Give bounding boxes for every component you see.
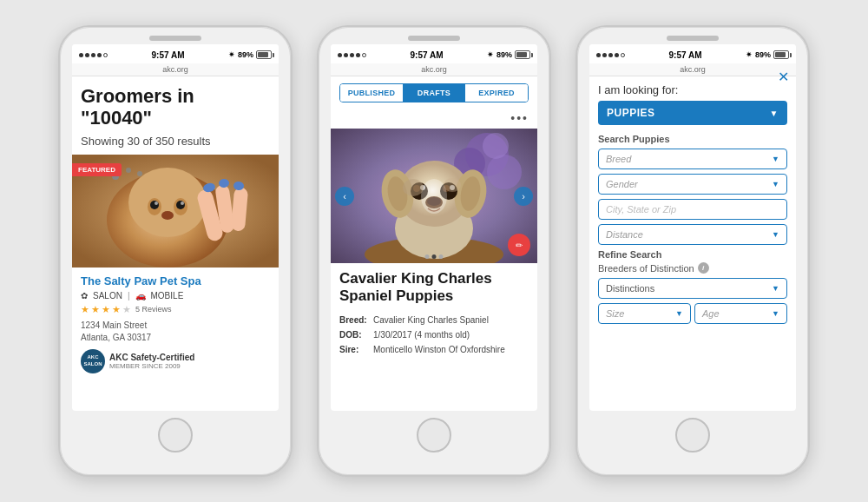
svg-point-39 xyxy=(421,179,447,214)
signal-dots-2 xyxy=(338,53,366,57)
size-dropdown[interactable]: Size ▼ xyxy=(598,303,691,324)
signal-dots xyxy=(79,53,108,57)
listing-info: The Salty Paw Pet Spa ✿ SALON | 🚗 MOBILE… xyxy=(72,268,279,380)
age-dropdown[interactable]: Age ▼ xyxy=(694,303,787,324)
puppy-title: Cavalier King CharlesSpaniel Puppies xyxy=(331,263,537,309)
city-state-zip-input[interactable]: City, State or Zip xyxy=(598,199,787,220)
akc-member-since: MEMBER SINCE 2009 xyxy=(109,362,194,370)
phone-3: 9:57 AM ✴ 89% akc.org ✕ I am looking for… xyxy=(575,25,810,477)
status-right-2: ✴ 89% xyxy=(487,50,530,59)
search-section-label: Search Puppies xyxy=(598,134,787,144)
gender-arrow: ▼ xyxy=(772,180,779,188)
status-right-3: ✴ 89% xyxy=(746,50,789,59)
age-placeholder: Age xyxy=(702,308,720,319)
phone-1-speaker xyxy=(149,36,201,41)
breeders-distinction-label: Breeders of Distinction xyxy=(598,263,694,274)
svg-point-23 xyxy=(483,133,509,159)
battery-pct-3: 89% xyxy=(755,50,771,59)
svg-point-9 xyxy=(161,211,174,220)
status-bar-1: 9:57 AM ✴ 89% xyxy=(72,44,279,63)
star-1: ★ xyxy=(81,304,89,315)
address-line1: 1234 Main Street xyxy=(81,320,147,330)
dot2 xyxy=(85,53,89,57)
url-bar-2[interactable]: akc.org xyxy=(331,63,537,76)
phone-1: 9:57 AM ✴ 89% akc.org Groomers in"10040"… xyxy=(58,25,293,477)
img-dot-2 xyxy=(432,254,437,259)
bluetooth-icon-1: ✴ xyxy=(228,50,235,59)
edit-button[interactable]: ✏ xyxy=(508,234,530,256)
battery-icon-3 xyxy=(773,50,789,59)
listing-name[interactable]: The Salty Paw Pet Spa xyxy=(81,274,270,287)
refine-label: Refine Search xyxy=(598,249,787,260)
featured-image: FEATURED xyxy=(72,155,279,268)
distinctions-dropdown[interactable]: Distinctions ▼ xyxy=(598,278,787,299)
detail-sire: Sire: Monticello Winston Of Oxfordshire xyxy=(339,342,529,357)
svg-point-17 xyxy=(126,168,131,173)
tab-published[interactable]: PUBLISHED xyxy=(340,84,403,102)
url-bar-1[interactable]: akc.org xyxy=(72,63,279,76)
phone-2-speaker xyxy=(408,36,460,41)
featured-badge: FEATURED xyxy=(72,163,122,176)
size-arrow: ▼ xyxy=(675,309,683,318)
phone-2: 9:57 AM ✴ 89% akc.org PUBLISHED DRAFTS E… xyxy=(317,25,551,477)
phone-2-home-btn[interactable] xyxy=(417,418,451,452)
phone-3-screen: 9:57 AM ✴ 89% akc.org ✕ I am looking for… xyxy=(589,44,796,411)
distance-dropdown[interactable]: Distance ▼ xyxy=(598,224,787,245)
size-placeholder: Size xyxy=(606,308,624,319)
dob-value: 1/30/2017 (4 months old) xyxy=(373,327,470,342)
nav-prev[interactable]: ‹ xyxy=(335,187,354,206)
dot1 xyxy=(79,53,83,57)
main-select-value: PUPPIES xyxy=(607,107,655,119)
breed-value: Cavalier King Charles Spaniel xyxy=(373,313,489,327)
status-bar-3: 9:57 AM ✴ 89% xyxy=(589,44,796,63)
main-select-dropdown[interactable]: PUPPIES ▼ xyxy=(598,101,787,125)
mobile-tag: MOBILE xyxy=(151,291,184,301)
listing-address: 1234 Main Street Atlanta, GA 30317 xyxy=(81,320,270,344)
gender-dropdown[interactable]: Gender ▼ xyxy=(598,174,787,195)
svg-point-8 xyxy=(181,201,184,205)
gender-placeholder: Gender xyxy=(606,179,638,189)
svg-point-7 xyxy=(155,201,158,205)
info-icon[interactable]: i xyxy=(698,262,709,274)
akc-cert-text: AKC Safety-Certified MEMBER SINCE 2009 xyxy=(109,353,194,370)
image-dots xyxy=(425,254,444,259)
distance-arrow: ▼ xyxy=(772,230,779,239)
dots-menu[interactable]: ••• xyxy=(331,109,537,129)
time-display-2: 9:57 AM xyxy=(411,50,444,60)
close-button[interactable]: ✕ xyxy=(778,69,789,85)
battery-icon-2 xyxy=(515,50,530,59)
main-select-arrow: ▼ xyxy=(770,109,779,118)
search-panel: ✕ I am looking for: PUPPIES ▼ Search Pup… xyxy=(589,76,796,331)
status-right-1: ✴ 89% xyxy=(228,50,272,59)
bluetooth-icon-2: ✴ xyxy=(487,50,494,59)
dot4 xyxy=(97,53,102,57)
tab-bar: PUBLISHED DRAFTS EXPIRED xyxy=(339,83,529,102)
status-bar-2: 9:57 AM ✴ 89% xyxy=(331,44,537,63)
detail-dob: DOB: 1/30/2017 (4 months old) xyxy=(339,327,529,342)
tab-expired[interactable]: EXPIRED xyxy=(465,84,528,102)
bottom-row: Size ▼ Age ▼ xyxy=(598,303,787,324)
breed-label: Breed: xyxy=(339,313,370,327)
akc-certification: AKCSALON AKC Safety-Certified MEMBER SIN… xyxy=(81,349,270,373)
star-4: ★ xyxy=(112,304,121,315)
star-3: ★ xyxy=(102,304,110,315)
puppy-image: ‹ › ✏ xyxy=(331,129,537,263)
phone-1-home-btn[interactable] xyxy=(158,418,193,452)
distinctions-arrow: ▼ xyxy=(772,284,779,293)
distinctions-value: Distinctions xyxy=(606,283,654,294)
url-bar-3[interactable]: akc.org xyxy=(589,63,796,76)
breed-dropdown[interactable]: Breed ▼ xyxy=(598,149,787,169)
bluetooth-icon-3: ✴ xyxy=(746,50,753,59)
age-arrow: ▼ xyxy=(772,309,779,318)
time-display-3: 9:57 AM xyxy=(669,50,702,60)
star-rating: ★ ★ ★ ★ ★ 5 Reviews xyxy=(81,304,270,315)
svg-point-40 xyxy=(403,179,424,196)
svg-point-5 xyxy=(150,201,159,209)
phone-3-speaker xyxy=(667,36,719,41)
phone-3-home-btn[interactable] xyxy=(675,418,710,452)
tab-drafts[interactable]: DRAFTS xyxy=(403,84,465,102)
battery-icon-1 xyxy=(256,50,272,59)
address-line2: Atlanta, GA 30317 xyxy=(81,333,151,342)
nav-next[interactable]: › xyxy=(514,187,533,206)
sire-label: Sire: xyxy=(339,342,370,357)
